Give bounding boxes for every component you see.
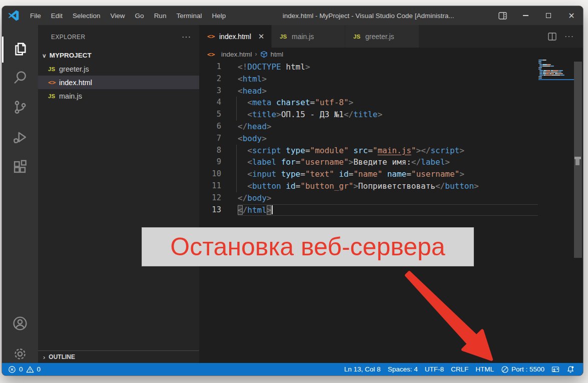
minimize-icon	[523, 15, 528, 16]
explorer-actions-icon[interactable]: ···	[182, 33, 191, 42]
menu-file[interactable]: File	[25, 6, 46, 25]
close-tab-icon[interactable]: ✕	[258, 32, 265, 41]
circle-slash-icon	[501, 365, 509, 373]
line-content: <input type="text" id="name" name="usern…	[238, 168, 538, 180]
line-content: <html>	[238, 73, 538, 85]
errors-count: 0	[19, 365, 23, 373]
minimap[interactable]	[538, 60, 572, 80]
menu-help[interactable]: Help	[207, 6, 231, 25]
status-encoding[interactable]: UTF-8	[421, 365, 447, 373]
tab-greeter.js[interactable]: JSgreeter.js	[345, 25, 419, 48]
layout-toggle-button[interactable]	[491, 6, 514, 25]
line-number: 11	[199, 180, 238, 192]
chevron-down-icon: ∨	[42, 52, 47, 59]
annotation-label-box: Остановка веб-сервера	[142, 227, 474, 266]
code-area[interactable]: 1<!DOCTYPE html>2<html>3<head>4 <meta ch…	[199, 61, 538, 216]
file-name: index.html	[59, 79, 92, 87]
outline-section[interactable]: › OUTLINE	[38, 350, 199, 363]
activity-explorer[interactable]	[2, 37, 38, 63]
minimap-line	[538, 75, 572, 76]
breadcrumb-node[interactable]: html	[271, 51, 284, 58]
tab-index.html[interactable]: <>index.html✕	[199, 25, 272, 48]
minimap-line	[538, 61, 572, 62]
window-controls: ✕	[491, 6, 583, 25]
breadcrumb-file[interactable]: index.html	[221, 51, 252, 58]
file-item-main.js[interactable]: JSmain.js	[38, 89, 199, 103]
menu-terminal[interactable]: Terminal	[171, 6, 207, 25]
minimap-line	[538, 73, 572, 74]
activity-account[interactable]	[2, 311, 38, 337]
status-cursor-position-label: Ln 13, Col 8	[344, 365, 381, 373]
file-name: main.js	[59, 92, 82, 100]
status-bar: 00 Ln 13, Col 8Spaces: 4UTF-8CRLFHTMLPor…	[2, 363, 583, 375]
symbol-cube-icon	[260, 51, 268, 58]
status-cursor-position[interactable]: Ln 13, Col 8	[341, 365, 384, 373]
bell-dot-icon	[566, 365, 574, 373]
code-line-13[interactable]: 13</html>	[199, 204, 538, 216]
line-number: 7	[199, 133, 238, 145]
code-line-10[interactable]: 10 <input type="text" id="name" name="us…	[199, 168, 538, 180]
extensions-icon	[13, 160, 28, 177]
source-control-icon	[13, 100, 28, 117]
person-screen-icon	[551, 365, 559, 373]
code-line-3[interactable]: 3<head>	[199, 85, 538, 97]
screenshot-stage: FileEditSelectionViewGoRunTerminalHelp i…	[0, 0, 588, 383]
minimap-line	[538, 66, 572, 67]
code-line-7[interactable]: 7<body>	[199, 133, 538, 145]
js-file-icon: JS	[48, 93, 59, 99]
activity-source-control[interactable]	[2, 95, 38, 121]
status-notifications[interactable]	[563, 365, 578, 373]
code-line-4[interactable]: 4 <meta charset="utf-8">	[199, 97, 538, 109]
minimize-button[interactable]	[514, 6, 537, 25]
code-line-1[interactable]: 1<!DOCTYPE html>	[199, 61, 538, 73]
code-line-9[interactable]: 9 <label for="username">Введите имя:</la…	[199, 156, 538, 168]
minimap-line	[538, 63, 572, 64]
tab-label: greeter.js	[365, 33, 394, 41]
code-line-5[interactable]: 5 <title>ОП.15 - ДЗ №1</title>	[199, 109, 538, 121]
minimap-line	[538, 76, 572, 77]
code-line-8[interactable]: 8 <script type="module" src="main.js"></…	[199, 145, 538, 157]
line-number: 5	[199, 109, 238, 121]
activity-run-debug[interactable]	[2, 125, 38, 151]
menu-view[interactable]: View	[106, 6, 130, 25]
split-editor-button[interactable]	[548, 33, 556, 41]
problems-status[interactable]: 00	[2, 365, 41, 373]
line-content: <script type="module" src="main.js"></sc…	[238, 145, 538, 157]
status-language-mode[interactable]: HTML	[472, 365, 497, 373]
minimap-line	[538, 70, 572, 71]
status-eol[interactable]: CRLF	[447, 365, 472, 373]
tab-main.js[interactable]: JSmain.js	[272, 25, 345, 48]
status-live-server-port[interactable]: Port : 5500	[497, 365, 548, 373]
line-content: <button id="button_gr">Поприветствовать<…	[238, 180, 538, 192]
code-line-6[interactable]: 6</head>	[199, 121, 538, 133]
file-item-greeter.js[interactable]: JSgreeter.js	[38, 62, 199, 76]
code-line-2[interactable]: 2<html>	[199, 73, 538, 85]
status-indentation[interactable]: Spaces: 4	[384, 365, 421, 373]
code-line-12[interactable]: 12</body>	[199, 192, 538, 204]
close-button[interactable]: ✕	[560, 6, 583, 25]
window-title: index.html - MyProject - Visual Studio C…	[231, 12, 491, 20]
file-item-index.html[interactable]: <>index.html	[38, 76, 199, 89]
gear-icon	[13, 346, 28, 363]
activity-extensions[interactable]	[2, 155, 38, 181]
minimap-current-line	[538, 79, 574, 80]
line-content: <body>	[238, 133, 538, 145]
breadcrumb[interactable]: <> index.html › html	[199, 48, 583, 61]
search-icon	[13, 70, 28, 87]
maximize-button[interactable]	[537, 6, 560, 25]
activity-search[interactable]	[2, 66, 38, 92]
folder-myproject[interactable]: ∨ MYPROJECT	[38, 49, 199, 62]
status-feedback[interactable]	[548, 365, 563, 373]
line-number: 6	[199, 121, 238, 133]
menu-run[interactable]: Run	[149, 6, 172, 25]
menu-go[interactable]: Go	[130, 6, 149, 25]
menu-edit[interactable]: Edit	[46, 6, 68, 25]
line-content: </html>	[238, 204, 538, 216]
file-tree: ∨ MYPROJECT JSgreeter.js<>index.htmlJSma…	[38, 49, 199, 103]
more-actions-button[interactable]: ···	[564, 32, 574, 41]
account-icon	[13, 316, 28, 333]
code-line-11[interactable]: 11 <button id="button_gr">Поприветствова…	[199, 180, 538, 192]
status-language-mode-label: HTML	[475, 365, 494, 373]
split-editor-icon	[548, 33, 556, 41]
menu-selection[interactable]: Selection	[68, 6, 106, 25]
